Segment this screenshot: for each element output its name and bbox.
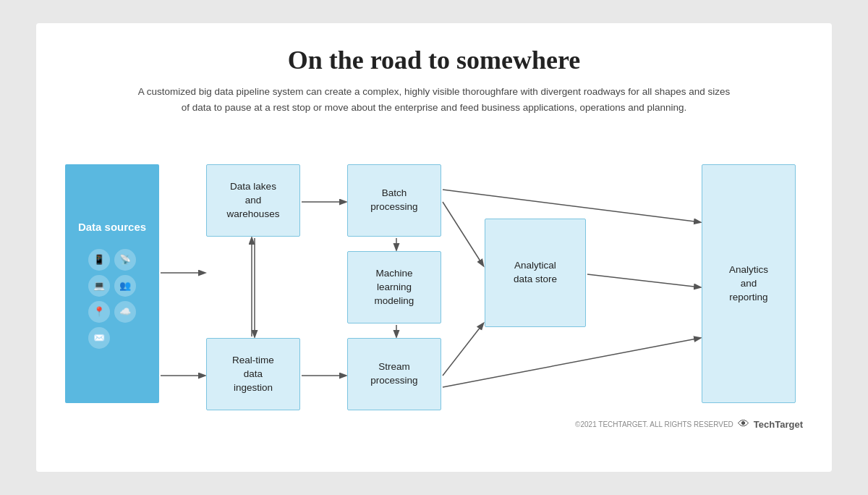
diagram-container: Data sources 📱 📡 💻 👥 📍 ☁️ ✉️ Data lakesa… bbox=[65, 135, 803, 410]
stream-label: Streamprocessing bbox=[370, 360, 417, 388]
cloud-icon: ☁️ bbox=[114, 301, 136, 323]
box-analytics-reporting: Analyticsandreporting bbox=[702, 164, 796, 403]
analytical-label: Analyticaldata store bbox=[514, 259, 557, 287]
svg-line-11 bbox=[443, 338, 700, 387]
box-stream-processing: Streamprocessing bbox=[347, 338, 441, 410]
svg-line-12 bbox=[587, 274, 700, 287]
rss-icon: 📡 bbox=[114, 249, 136, 271]
people-icon: 👥 bbox=[114, 275, 136, 297]
location-icon: 📍 bbox=[88, 301, 110, 323]
datasources-icons: 📱 📡 💻 👥 📍 ☁️ ✉️ bbox=[88, 249, 136, 349]
lakes-label: Data lakesandwarehouses bbox=[227, 180, 280, 221]
main-card: On the road to somewhere A customized bi… bbox=[36, 23, 832, 472]
page-title: On the road to somewhere bbox=[65, 45, 803, 75]
svg-line-10 bbox=[443, 190, 700, 222]
footer: ©2021 TECHTARGET. ALL RIGHTS RESERVED 👁 … bbox=[65, 418, 803, 431]
box-analytical-store: Analyticaldata store bbox=[485, 219, 586, 327]
realtime-label: Real-timedataingestion bbox=[232, 354, 274, 395]
copyright-text: ©2021 TECHTARGET. ALL RIGHTS RESERVED bbox=[575, 420, 733, 428]
box-realtime-ingestion: Real-timedataingestion bbox=[206, 338, 300, 410]
svg-line-9 bbox=[443, 323, 483, 376]
analytics-label: Analyticsandreporting bbox=[729, 263, 768, 305]
laptop-icon: 💻 bbox=[88, 275, 110, 297]
box-ml-modeling: Machinelearningmodeling bbox=[347, 251, 441, 323]
brand-icon: 👁 bbox=[738, 418, 749, 431]
box-batch-processing: Batchprocessing bbox=[347, 164, 441, 237]
box-datasources: Data sources 📱 📡 💻 👥 📍 ☁️ ✉️ bbox=[65, 164, 159, 403]
datasources-label: Data sources bbox=[78, 219, 146, 234]
ml-label: Machinelearningmodeling bbox=[375, 267, 414, 308]
svg-line-8 bbox=[443, 202, 483, 266]
subtitle-text: A customized big data pipeline system ca… bbox=[137, 84, 731, 115]
box-data-lakes: Data lakesandwarehouses bbox=[206, 164, 300, 237]
brand-name: TechTarget bbox=[754, 419, 803, 430]
batch-label: Batchprocessing bbox=[370, 187, 417, 214]
email-icon: ✉️ bbox=[88, 327, 110, 349]
mobile-icon: 📱 bbox=[88, 249, 110, 271]
